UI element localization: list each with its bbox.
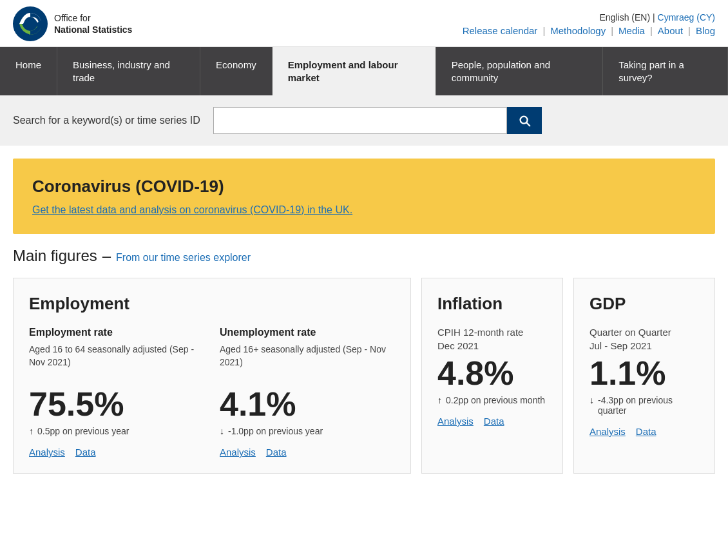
inflation-date: Dec 2021 — [437, 340, 547, 351]
methodology-link[interactable]: Methodology — [550, 25, 606, 36]
gdp-data-link[interactable]: Data — [636, 426, 656, 437]
inflation-data-link[interactable]: Data — [484, 416, 504, 427]
inflation-arrow: ↑ — [437, 395, 442, 405]
inflation-value: 4.8% — [437, 356, 547, 390]
employment-card-title: Employment — [29, 294, 395, 314]
logo[interactable]: Office for National Statistics — [13, 6, 132, 41]
language-selector: English (EN) | Cymraeg (CY) — [463, 12, 715, 23]
inflation-period: CPIH 12-month rate — [437, 327, 547, 338]
covid-link[interactable]: Get the latest data and analysis on coro… — [32, 204, 352, 215]
unemployment-rate-arrow: ↓ — [220, 426, 224, 436]
gdp-change-text: -4.3pp on previous quarter — [598, 395, 699, 416]
employment-rate-change-text: 0.5pp on previous year — [37, 426, 129, 436]
unemployment-rate-change: ↓ -1.0pp on previous year — [220, 426, 395, 436]
nav-business[interactable]: Business, industry and trade — [57, 47, 200, 95]
gdp-links: Analysis Data — [589, 426, 699, 437]
employment-rate-change: ↑ 0.5pp on previous year — [29, 426, 204, 436]
inflation-change-text: 0.2pp on previous month — [446, 395, 545, 405]
release-calendar-link[interactable]: Release calendar — [463, 25, 538, 36]
employment-rate-data-link[interactable]: Data — [75, 447, 96, 458]
gdp-card: GDP Quarter on Quarter Jul - Sep 2021 1.… — [573, 278, 715, 474]
gdp-value: 1.1% — [589, 356, 699, 390]
blog-link[interactable]: Blog — [696, 25, 715, 36]
employment-inner: Employment rate Aged 16 to 64 seasonally… — [29, 327, 395, 458]
unemployment-rate-data-link[interactable]: Data — [266, 447, 287, 458]
unemployment-rate-analysis-link[interactable]: Analysis — [220, 447, 256, 458]
lang-separator: | — [653, 12, 655, 23]
unemployment-rate-col: Unemployment rate Aged 16+ seasonally ad… — [220, 327, 395, 458]
lang-current: English (EN) — [600, 12, 651, 23]
gdp-date: Jul - Sep 2021 — [589, 340, 699, 351]
nav-employment[interactable]: Employment and labour market — [273, 47, 436, 95]
gdp-period: Quarter on Quarter — [589, 327, 699, 338]
inflation-links: Analysis Data — [437, 416, 547, 427]
search-label: Search for a keyword(s) or time series I… — [13, 115, 200, 126]
main-figures-sep: – — [102, 247, 111, 265]
media-link[interactable]: Media — [618, 25, 645, 36]
inflation-change: ↑ 0.2pp on previous month — [437, 395, 547, 405]
employment-card: Employment Employment rate Aged 16 to 64… — [13, 278, 411, 474]
main-nav: Home Business, industry and trade Econom… — [0, 47, 728, 95]
gdp-change: ↓ -4.3pp on previous quarter — [589, 395, 699, 416]
svg-point-0 — [13, 6, 48, 41]
inflation-analysis-link[interactable]: Analysis — [437, 416, 474, 427]
nav-economy[interactable]: Economy — [200, 47, 273, 95]
about-link[interactable]: About — [658, 25, 683, 36]
unemployment-rate-links: Analysis Data — [220, 447, 395, 458]
inflation-card: Inflation CPIH 12-month rate Dec 2021 4.… — [421, 278, 563, 474]
employment-rate-value: 75.5% — [29, 387, 204, 421]
ons-logo-icon — [13, 6, 48, 41]
nav-home[interactable]: Home — [0, 47, 57, 95]
main-figures-header: Main figures – From our time series expl… — [13, 247, 715, 265]
search-input-wrap — [213, 107, 542, 134]
covid-title: Coronavirus (COVID-19) — [32, 177, 696, 197]
lang-alt-link[interactable]: Cymraeg (CY) — [658, 12, 715, 23]
unemployment-rate-label: Unemployment rate — [220, 327, 395, 338]
time-series-link[interactable]: From our time series explorer — [116, 252, 251, 264]
site-header: Office for National Statistics English (… — [0, 0, 728, 47]
employment-rate-desc: Aged 16 to 64 seasonally adjusted (Sep -… — [29, 343, 204, 382]
nav-survey[interactable]: Taking part in a survey? — [603, 47, 728, 95]
cards-row: Employment Employment rate Aged 16 to 64… — [13, 278, 715, 474]
inflation-card-title: Inflation — [437, 294, 547, 314]
covid-banner: Coronavirus (COVID-19) Get the latest da… — [13, 159, 715, 234]
header-links: Release calendar | Methodology | Media |… — [463, 25, 715, 36]
search-icon — [517, 113, 532, 128]
search-input[interactable] — [213, 107, 507, 134]
gdp-card-title: GDP — [589, 294, 699, 314]
search-button[interactable] — [507, 107, 542, 134]
header-right: English (EN) | Cymraeg (CY) Release cale… — [463, 12, 715, 36]
employment-rate-links: Analysis Data — [29, 447, 204, 458]
search-bar: Search for a keyword(s) or time series I… — [0, 95, 728, 146]
gdp-analysis-link[interactable]: Analysis — [589, 426, 626, 437]
employment-rate-label: Employment rate — [29, 327, 204, 338]
employment-rate-analysis-link[interactable]: Analysis — [29, 447, 65, 458]
employment-rate-col: Employment rate Aged 16 to 64 seasonally… — [29, 327, 204, 458]
main-figures-heading: Main figures — [13, 247, 97, 265]
unemployment-rate-desc: Aged 16+ seasonally adjusted (Sep - Nov … — [220, 343, 395, 382]
unemployment-rate-change-text: -1.0pp on previous year — [228, 426, 323, 436]
logo-text: Office for National Statistics — [54, 12, 132, 35]
nav-people[interactable]: People, population and community — [436, 47, 603, 95]
employment-rate-arrow: ↑ — [29, 426, 34, 436]
unemployment-rate-value: 4.1% — [220, 387, 395, 421]
main-figures-section: Main figures – From our time series expl… — [13, 247, 715, 474]
gdp-arrow: ↓ — [589, 395, 594, 405]
